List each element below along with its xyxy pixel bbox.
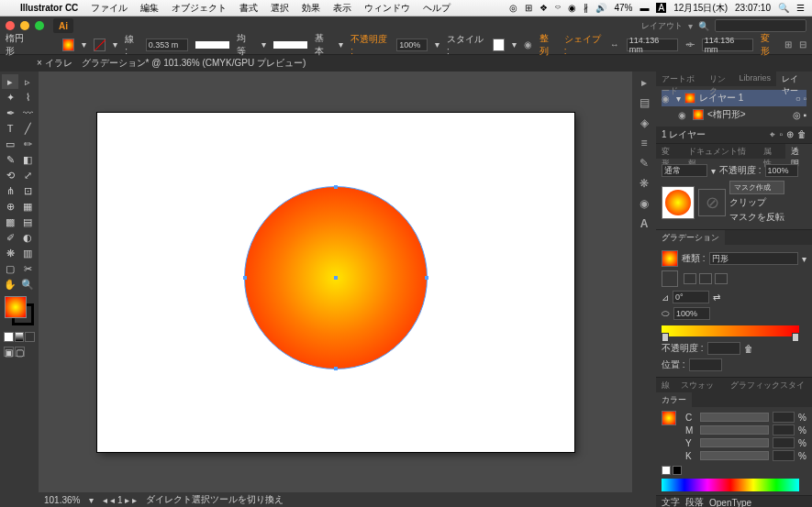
object-thumb[interactable] [662, 186, 695, 219]
shape-builder-tool[interactable]: ⊕ [2, 199, 18, 214]
blend-mode-select[interactable]: 通常 [662, 164, 707, 177]
menu-window[interactable]: ウィンドウ [364, 2, 410, 15]
color-mode-gradient[interactable] [15, 332, 25, 342]
dropdown-icon[interactable]: ▾ [261, 39, 266, 50]
mask-thumb[interactable]: ⊘ [698, 189, 726, 216]
gradient-type-select[interactable]: 円形 [709, 252, 798, 265]
rotate-tool[interactable]: ⟲ [2, 168, 18, 182]
slice-tool[interactable]: ✂ [19, 261, 36, 276]
zoom-button[interactable] [35, 21, 44, 30]
dock-symbol-icon[interactable]: ❋ [637, 176, 651, 191]
y-slider[interactable] [700, 438, 769, 447]
menu-help[interactable]: ヘルプ [423, 2, 450, 15]
menu-select[interactable]: 選択 [271, 2, 289, 15]
disclosure-icon[interactable]: ▾ [676, 94, 681, 104]
grad-stroke-mode[interactable] [715, 273, 728, 284]
gradient-tool[interactable]: ▤ [19, 215, 36, 229]
fill-color[interactable] [5, 296, 27, 318]
ime-icon[interactable]: A [656, 3, 666, 13]
aspect-input[interactable]: 100% [673, 307, 710, 320]
artboard-tool[interactable]: ▢ [2, 261, 18, 276]
curvature-tool[interactable]: 〰 [19, 105, 36, 120]
c-slider[interactable] [700, 413, 769, 422]
target-icon[interactable]: ◎ ▪ [793, 110, 806, 120]
selection-tool[interactable]: ▸ [2, 74, 18, 89]
k-input[interactable] [773, 450, 795, 461]
menu-type[interactable]: 書式 [239, 2, 258, 15]
gradient-swatch[interactable] [662, 250, 678, 267]
layer-name[interactable]: レイヤー 1 [699, 92, 743, 105]
color-spectrum[interactable] [662, 479, 799, 491]
hand-tool[interactable]: ✋ [2, 277, 18, 292]
grad-stroke-mode[interactable] [699, 273, 712, 284]
k-slider[interactable] [700, 451, 769, 460]
zoom-chevron-icon[interactable]: ▾ [89, 495, 94, 505]
zoom-tool[interactable]: 🔍 [19, 277, 36, 292]
stop-position-input[interactable] [689, 358, 722, 371]
dropdown-icon[interactable]: ▾ [82, 39, 86, 50]
gradient-slider[interactable] [662, 325, 799, 336]
app-name[interactable]: Illustrator CC [20, 3, 78, 13]
c-input[interactable] [773, 412, 795, 423]
screen-mode-normal[interactable]: ▣ [4, 347, 14, 357]
ellipse-object[interactable] [244, 186, 428, 369]
recolor-icon[interactable]: ◉ [524, 39, 532, 50]
fill-swatch[interactable] [62, 39, 74, 51]
dock-brush-icon[interactable]: ✎ [637, 156, 651, 171]
object-name[interactable]: <楕円形> [707, 108, 746, 121]
white-swatch[interactable] [662, 466, 671, 475]
align-label[interactable]: 整列 [539, 32, 556, 58]
grad-stroke-mode[interactable] [684, 273, 696, 284]
stop-opacity-input[interactable] [707, 342, 740, 355]
mesh-tool[interactable]: ▩ [2, 215, 18, 229]
make-mask-button[interactable]: マスク作成 [729, 181, 784, 194]
graph-tool[interactable]: ▥ [19, 246, 36, 260]
tab-opentype[interactable]: OpenType [709, 498, 751, 508]
visibility-icon[interactable]: ◉ [678, 110, 689, 120]
pen-tool[interactable]: ✒ [2, 105, 18, 120]
tab-transparency[interactable]: 透明 [785, 144, 812, 159]
dropdown-icon[interactable]: ▾ [512, 39, 517, 50]
tab-graphicstyle[interactable]: グラフィックスタイル [725, 378, 812, 392]
brush-sample[interactable] [273, 41, 307, 49]
menu-edit[interactable]: 編集 [140, 2, 159, 15]
anchor-point[interactable] [334, 185, 338, 189]
anchor-point[interactable] [425, 276, 428, 280]
m-slider[interactable] [700, 425, 769, 435]
menu-view[interactable]: 表示 [333, 2, 351, 15]
m-input[interactable] [773, 424, 795, 435]
dropdown-icon[interactable]: ▾ [339, 39, 343, 50]
wifi-icon[interactable]: ⌔ [555, 3, 561, 13]
dock-stroke-icon[interactable]: ≡ [637, 136, 651, 150]
spotlight-icon[interactable]: 🔍 [778, 3, 789, 13]
locate-icon[interactable]: ⌖ [770, 129, 775, 140]
lasso-tool[interactable]: ⌇ [19, 90, 36, 105]
width-tool[interactable]: ⋔ [2, 183, 18, 198]
screen-mode-full[interactable]: ▢ [15, 347, 25, 357]
zoom-level[interactable]: 101.36% [44, 495, 80, 505]
stroke-gradient-icon[interactable] [662, 270, 678, 287]
eyedropper-tool[interactable]: ✐ [2, 230, 18, 245]
dropdown-icon[interactable]: ▾ [113, 39, 117, 50]
notif-icon[interactable]: ☰ [796, 3, 805, 13]
rectangle-tool[interactable]: ▭ [2, 137, 18, 151]
tab-links[interactable]: リンク [704, 72, 733, 86]
tab-layers[interactable]: レイヤー [776, 72, 812, 86]
magic-wand-tool[interactable]: ✦ [2, 90, 18, 105]
dropdown-icon[interactable]: ▾ [435, 39, 439, 50]
black-swatch[interactable] [673, 466, 682, 475]
free-transform-tool[interactable]: ⊡ [19, 183, 36, 198]
delete-layer-icon[interactable]: 🗑 [797, 129, 806, 140]
target-icon[interactable]: ○ ▫ [795, 94, 806, 104]
gradient-stop[interactable] [662, 333, 669, 342]
stroke-width-input[interactable]: 0.353 m [146, 39, 189, 51]
search-input[interactable] [715, 19, 806, 32]
link-dims-icon[interactable]: ⬲ [685, 40, 695, 50]
opacity-input[interactable]: 100% [396, 39, 428, 51]
perspective-tool[interactable]: ▦ [19, 199, 36, 214]
menu-file[interactable]: ファイル [91, 2, 128, 15]
more-icon[interactable]: ⊞ [784, 39, 792, 50]
color-mode-solid[interactable] [4, 332, 14, 342]
tab-transform[interactable]: 変形 [656, 144, 683, 159]
center-point[interactable] [334, 276, 338, 280]
